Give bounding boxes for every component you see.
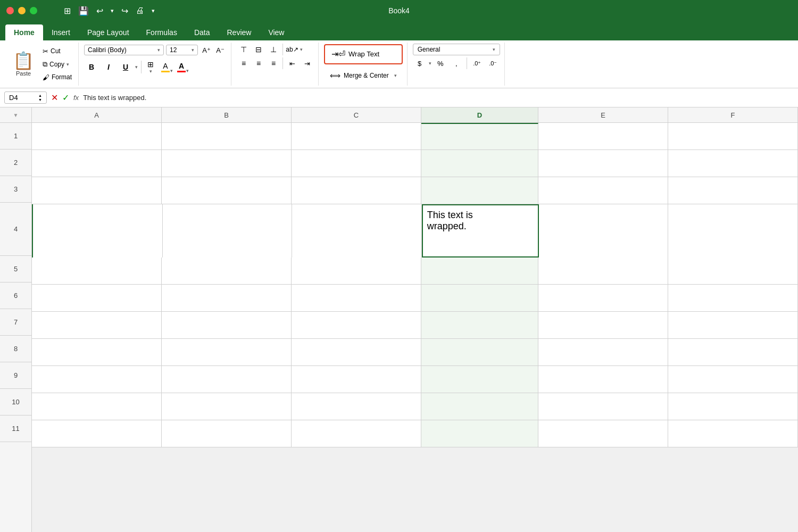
cell-e7[interactable] (538, 312, 668, 338)
tab-view[interactable]: View (260, 24, 293, 40)
tab-formulas[interactable]: Formulas (138, 24, 186, 40)
cell-f7[interactable] (668, 312, 798, 338)
row-header-5[interactable]: 5 (0, 256, 31, 282)
cell-f4[interactable] (668, 204, 798, 257)
format-painter-button[interactable]: 🖌 Format (40, 72, 74, 82)
cell-e6[interactable] (538, 285, 668, 311)
cell-f2[interactable] (668, 150, 798, 177)
col-header-a[interactable]: A (32, 107, 162, 122)
cell-d4[interactable]: This text iswrapped. (422, 204, 539, 257)
cell-a6[interactable] (32, 285, 162, 311)
cell-b6[interactable] (162, 285, 292, 311)
cell-d6[interactable] (421, 285, 538, 311)
underline-dropdown-arrow[interactable]: ▾ (135, 64, 138, 70)
maximize-window-btn[interactable] (30, 7, 37, 14)
corner-cell[interactable]: ▼ (0, 107, 32, 122)
font-family-selector[interactable]: Calibri (Body) ▾ (84, 45, 164, 55)
cell-a5[interactable] (32, 257, 162, 284)
undo-dropdown-icon[interactable]: ▾ (111, 7, 114, 14)
cell-f10[interactable] (668, 393, 798, 420)
cell-d5[interactable] (421, 257, 538, 284)
cell-f1[interactable] (668, 123, 798, 149)
cell-f3[interactable] (668, 177, 798, 204)
more-tools-icon[interactable]: ▾ (152, 7, 155, 14)
cell-c9[interactable] (292, 366, 421, 393)
cell-d9[interactable] (421, 366, 538, 393)
cell-b10[interactable] (162, 393, 292, 420)
cell-a10[interactable] (32, 393, 162, 420)
row-header-8[interactable]: 8 (0, 336, 31, 362)
align-middle-button[interactable]: ⊟ (252, 44, 265, 55)
borders-button[interactable]: ⊞ ▾ (145, 59, 156, 76)
cancel-formula-icon[interactable]: ✕ (51, 93, 58, 103)
formula-input[interactable]: This text is wrapped. (83, 94, 794, 102)
row-header-7[interactable]: 7 (0, 309, 31, 336)
undo-icon[interactable]: ↩ (96, 6, 103, 16)
confirm-formula-icon[interactable]: ✓ (62, 93, 69, 103)
cell-b9[interactable] (162, 366, 292, 393)
cell-c2[interactable] (292, 150, 421, 177)
row-header-6[interactable]: 6 (0, 282, 31, 309)
cell-f6[interactable] (668, 285, 798, 311)
cell-e8[interactable] (538, 339, 668, 365)
col-header-d[interactable]: D (421, 107, 538, 122)
orientation-dropdown-arrow[interactable]: ▾ (300, 47, 303, 52)
col-header-c[interactable]: C (292, 107, 421, 122)
font-color-button[interactable]: A ▾ (174, 60, 188, 74)
row-header-10[interactable]: 10 (0, 389, 31, 415)
cell-d8[interactable] (421, 339, 538, 365)
align-bottom-button[interactable]: ⊥ (267, 44, 280, 55)
tab-page-layout[interactable]: Page Layout (79, 24, 138, 40)
cell-c6[interactable] (292, 285, 421, 311)
cell-d3[interactable] (421, 177, 538, 204)
cell-f8[interactable] (668, 339, 798, 365)
save-icon[interactable]: 💾 (78, 6, 89, 16)
close-window-btn[interactable] (6, 7, 14, 14)
fill-color-button[interactable]: A ▾ (159, 60, 172, 74)
row-header-3[interactable]: 3 (0, 176, 31, 203)
tab-home[interactable]: Home (5, 24, 43, 40)
cell-b1[interactable] (162, 123, 292, 149)
cell-e11[interactable] (538, 420, 668, 447)
minimize-window-btn[interactable] (18, 7, 26, 14)
wrap-text-button[interactable]: ⇥⏎ Wrap Text (324, 44, 403, 64)
copy-button[interactable]: ⧉ Copy ▾ (40, 59, 74, 70)
font-increase-btn[interactable]: A⁺ (200, 44, 213, 56)
increase-decimal-btn[interactable]: .0⁺ (470, 57, 484, 69)
cell-e3[interactable] (538, 177, 668, 204)
currency-button[interactable]: $ (413, 57, 427, 69)
underline-button[interactable]: U (118, 60, 133, 74)
cell-a4[interactable] (32, 204, 163, 257)
tab-data[interactable]: Data (186, 24, 219, 40)
cell-c11[interactable] (292, 420, 421, 447)
cell-a1[interactable] (32, 123, 162, 149)
copy-dropdown-arrow[interactable]: ▾ (66, 62, 69, 67)
cell-c7[interactable] (292, 312, 421, 338)
currency-dropdown-arrow[interactable]: ▾ (429, 61, 431, 66)
row-header-2[interactable]: 2 (0, 149, 31, 176)
cell-c1[interactable] (292, 123, 421, 149)
cell-a11[interactable] (32, 420, 162, 447)
col-header-e[interactable]: E (538, 107, 668, 122)
cell-b3[interactable] (162, 177, 292, 204)
cell-c10[interactable] (292, 393, 421, 420)
tab-review[interactable]: Review (218, 24, 260, 40)
font-decrease-btn[interactable]: A⁻ (214, 44, 227, 56)
comma-button[interactable]: , (450, 57, 463, 69)
orientation-button[interactable]: ab↗ (285, 44, 299, 55)
row-header-1[interactable]: 1 (0, 123, 31, 149)
cell-b8[interactable] (162, 339, 292, 365)
cell-b11[interactable] (162, 420, 292, 447)
cell-b4[interactable] (163, 204, 293, 257)
align-left-button[interactable]: ≡ (237, 57, 251, 69)
cell-e10[interactable] (538, 393, 668, 420)
cell-a3[interactable] (32, 177, 162, 204)
cell-f9[interactable] (668, 366, 798, 393)
cell-d1[interactable] (421, 123, 538, 149)
align-right-button[interactable]: ≡ (267, 57, 280, 69)
row-header-11[interactable]: 11 (0, 415, 31, 442)
cut-button[interactable]: ✂ Cut (40, 46, 74, 56)
font-size-selector[interactable]: 12 ▾ (166, 45, 198, 55)
cell-ref-spinners[interactable]: ▲ ▼ (38, 94, 42, 102)
sidebar-toggle-icon[interactable]: ⊞ (64, 6, 71, 16)
